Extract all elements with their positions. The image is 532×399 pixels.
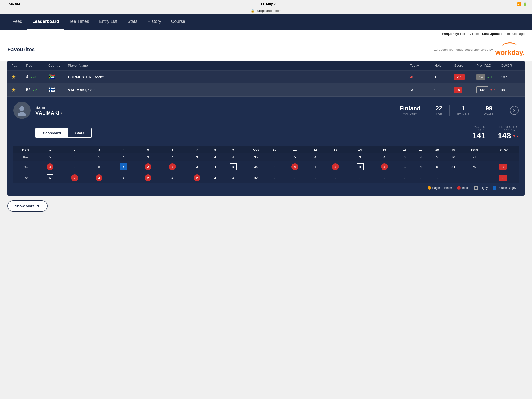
- wifi-icon: 📶: [517, 2, 521, 6]
- r1-h15: 3: [381, 163, 388, 170]
- proj-ranking-value: 148 ▼ 7: [498, 131, 519, 140]
- player-row-valimaki[interactable]: ★ 52 ▲ 2 🇫🇮 VÄLIMÄKI, Sami -3 9 -5 148 ▼…: [7, 83, 525, 97]
- hole-valimaki: 9: [434, 88, 436, 92]
- detail-owgr-value: 99: [484, 105, 494, 112]
- scorecard-r1-row: R1 4 3 5 6 2 3 3 4 5 35 3 4 4 4: [13, 161, 519, 172]
- r1-h14: 4: [357, 163, 364, 170]
- name-burmester: BURMESTER, Dean*: [68, 75, 104, 79]
- status-bar: 11:36 AM Fri May 7 📶 🔋: [0, 0, 532, 8]
- r2-h2: 2: [71, 174, 78, 181]
- scorecard-wrap: Hole 1 2 3 4 5 6 7 8 9 Out 10 11 12: [13, 146, 519, 191]
- sc-hole: Hole: [13, 146, 38, 153]
- col-fav: Fav: [11, 64, 26, 67]
- detail-stat-owgr: 99 OWGR: [477, 105, 501, 116]
- proj-ranking-label: PROJECTEDRANKING: [498, 125, 519, 131]
- scorecard-tabs: Scorecard Stats: [35, 128, 92, 138]
- today-burmester: -8: [410, 75, 413, 79]
- player-avatar: [13, 102, 31, 119]
- favourites-title: Favourites: [7, 46, 35, 53]
- nav-item-leaderboard[interactable]: Leaderboard: [27, 14, 64, 30]
- score-valimaki: -5: [454, 87, 462, 93]
- score-burmester: -11: [454, 74, 465, 80]
- leaderboard-header: Fav Pos Country Player Name Today Hole S…: [7, 61, 525, 71]
- dbl-bogey-icon: [493, 186, 496, 190]
- detail-last-name: VÄLIMÄKI ›: [35, 110, 62, 116]
- frequency-label: Frequency:: [442, 32, 459, 36]
- scorecard-table: Hole 1 2 3 4 5 6 7 8 9 Out 10 11 12: [13, 146, 519, 183]
- hole-burmester: 18: [434, 75, 439, 79]
- col-pos: Pos: [26, 64, 48, 67]
- rtd-value: 141: [472, 131, 485, 140]
- detail-stat-country: Finland COUNTRY: [392, 105, 428, 116]
- fav-star-valimaki[interactable]: ★: [11, 87, 16, 93]
- col-playername: Player Name: [68, 64, 410, 67]
- player-row-burmester[interactable]: ★ 4 ▲ 34 🇿🇦 BURMESTER, Dean* -8 18 -11 1…: [7, 71, 525, 83]
- detail-bottom: Scorecard Stats RACE TODUBAI 141 PROJECT…: [35, 124, 519, 142]
- flag-valimaki: 🇫🇮: [48, 87, 55, 93]
- nav-item-entrylist[interactable]: Entry List: [94, 14, 122, 30]
- eagle-label: Eagle or Better: [432, 186, 452, 190]
- nav-item-history[interactable]: History: [142, 14, 166, 30]
- legend-eagle: Eagle or Better: [428, 186, 452, 190]
- nav-item-teetimes[interactable]: Tee Times: [64, 14, 94, 30]
- url-bar[interactable]: 🔒 europeantour.com: [0, 8, 532, 14]
- frequency-value: Hole By Hole: [460, 32, 479, 36]
- r1-label: R1: [13, 161, 38, 172]
- favourites-header: Favourites European Tour leaderboard spo…: [0, 38, 532, 61]
- detail-owgr-label: OWGR: [484, 113, 494, 116]
- detail-top: Sami VÄLIMÄKI › Finland COUNTRY 22 AGE 1…: [13, 102, 519, 119]
- detail-age-value: 22: [436, 105, 442, 112]
- detail-arrow[interactable]: ›: [61, 111, 62, 115]
- battery-icon: 🔋: [523, 2, 527, 6]
- par-label: Par: [13, 153, 38, 161]
- pos-burmester: 4: [26, 75, 28, 79]
- nav-item-feed[interactable]: Feed: [7, 14, 27, 30]
- r1-h9: 5: [230, 163, 237, 170]
- r2-h5: 2: [145, 174, 151, 181]
- scorecard-legend: Eagle or Better Birdie Bogey Double Boge…: [13, 183, 519, 191]
- leaderboard: Fav Pos Country Player Name Today Hole S…: [7, 61, 525, 196]
- col-hole: Hole: [434, 64, 454, 67]
- scorecard-par-row: Par 5 3 5 4 3 4 3 4 4 35 3 5 4 5: [13, 153, 519, 161]
- navigation: Feed Leaderboard Tee Times Entry List St…: [0, 14, 532, 30]
- r1-h6: 3: [169, 163, 176, 170]
- fav-star-burmester[interactable]: ★: [11, 74, 16, 80]
- show-more-button[interactable]: Show More ▼: [7, 200, 48, 212]
- detail-etwins-value: 1: [457, 105, 469, 112]
- detail-name: Sami VÄLIMÄKI ›: [35, 105, 62, 116]
- r2-h1: 6: [47, 174, 53, 181]
- detail-etwins-label: ET WINS: [457, 113, 469, 116]
- svg-point-1: [18, 112, 26, 116]
- detail-stats: Finland COUNTRY 22 AGE 1 ET WINS 99 OWGR: [392, 105, 501, 116]
- detail-country-label: COUNTRY: [399, 113, 420, 116]
- tab-scorecard[interactable]: Scorecard: [35, 128, 68, 138]
- nav-item-stats[interactable]: Stats: [122, 14, 142, 30]
- scorecard-r2-row: R2 6 2 4 4 2 4 2 4 4 32 - - - -: [13, 172, 519, 183]
- legend-bogey: Bogey: [474, 186, 488, 190]
- r1-total: -2: [499, 164, 507, 170]
- today-valimaki: -3: [410, 88, 413, 92]
- col-country: Country: [48, 64, 68, 67]
- owgr-burmester: 107: [501, 75, 507, 79]
- status-icons: 📶 🔋: [517, 2, 527, 6]
- race-to-dubai: RACE TODUBAI 141: [472, 125, 485, 140]
- status-time: 11:36 AM: [5, 2, 20, 6]
- proj-ranking-change: ▼ 7: [512, 134, 519, 138]
- col-today: Today: [410, 64, 434, 67]
- col-projr2d: Proj. R2D: [476, 64, 501, 67]
- r1-h13: 4: [332, 163, 339, 170]
- r2-label: R2: [13, 172, 38, 183]
- show-more-icon: ▼: [36, 204, 40, 208]
- birdie-label: Birdie: [462, 186, 470, 190]
- birdie-icon: [457, 186, 461, 190]
- bogey-label: Bogey: [479, 186, 488, 190]
- tab-stats[interactable]: Stats: [68, 128, 92, 138]
- nav-item-course[interactable]: Course: [166, 14, 190, 30]
- svg-point-0: [19, 106, 24, 111]
- proj-valimaki: 148: [476, 86, 488, 93]
- name-valimaki: VÄLIMÄKI, Sami: [68, 88, 96, 92]
- close-detail-button[interactable]: ✕: [510, 106, 519, 115]
- eagle-icon: [428, 186, 431, 190]
- bogey-icon: [474, 186, 478, 190]
- legend-dbl-bogey: Double Bogey +: [493, 186, 519, 190]
